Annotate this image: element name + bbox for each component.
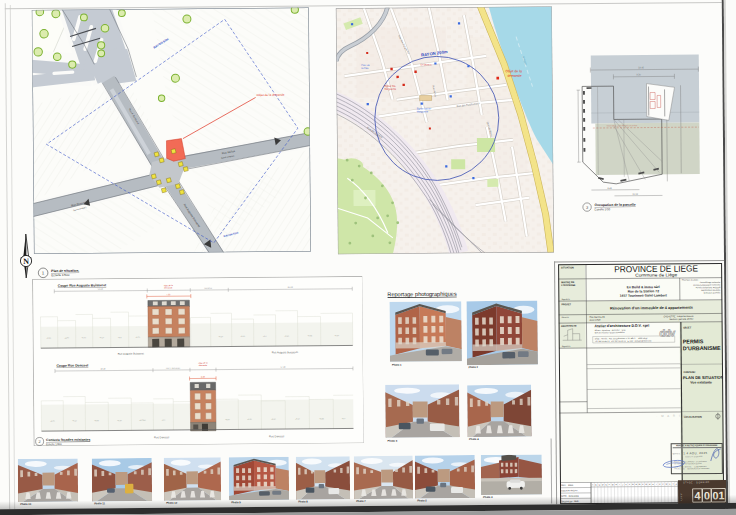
svg-text:Reportage photographiques: Reportage photographiques bbox=[387, 290, 457, 297]
svg-text:+9.70: +9.70 bbox=[81, 337, 86, 339]
svg-text:Contexte façades existantes: Contexte façades existantes bbox=[46, 438, 90, 442]
svg-text:8.45: 8.45 bbox=[607, 187, 612, 189]
svg-text:+9.30: +9.30 bbox=[334, 334, 339, 336]
svg-text:Marguerite: Marguerite bbox=[417, 110, 429, 113]
svg-text:+9.0: +9.0 bbox=[341, 417, 345, 419]
svg-text:+8.85: +8.85 bbox=[319, 418, 324, 420]
svg-text:Rue Donceel: Rue Donceel bbox=[269, 434, 284, 438]
svg-text:+9.40: +9.40 bbox=[284, 335, 289, 337]
svg-text:Marguerite: Marguerite bbox=[385, 87, 397, 90]
svg-text:la Paix: la Paix bbox=[361, 67, 369, 70]
svg-text:carrefour: carrefour bbox=[204, 287, 212, 289]
svg-text:+9.0: +9.0 bbox=[161, 419, 165, 421]
svg-text:+9.10: +9.10 bbox=[295, 418, 300, 420]
svg-text:+8.95: +8.95 bbox=[94, 420, 99, 422]
svg-text:+8.70: +8.70 bbox=[50, 420, 55, 422]
svg-text:+9.9: +9.9 bbox=[117, 336, 121, 338]
svg-text:10.12: 10.12 bbox=[632, 193, 638, 195]
svg-text:Echelle 1/500: Echelle 1/500 bbox=[51, 273, 70, 277]
svg-text:rue A. Buisseret: rue A. Buisseret bbox=[165, 367, 179, 369]
svg-text:+9.20: +9.20 bbox=[247, 418, 252, 420]
svg-text:+9.55: +9.55 bbox=[307, 335, 312, 337]
svg-text:+8.7360: +8.7360 bbox=[139, 419, 146, 421]
svg-text:N: N bbox=[23, 257, 29, 266]
svg-text:+9.10: +9.10 bbox=[72, 420, 77, 422]
svg-text:Coupe Rue Donceel: Coupe Rue Donceel bbox=[56, 364, 88, 368]
svg-text:+9.50: +9.50 bbox=[46, 337, 51, 339]
svg-text:19.06: 19.06 bbox=[638, 66, 644, 68]
svg-text:+9.0: +9.0 bbox=[262, 335, 266, 337]
svg-text:demande: demande bbox=[198, 364, 207, 366]
svg-text:+8.60: +8.60 bbox=[271, 418, 276, 420]
svg-text:demande: demande bbox=[507, 73, 521, 77]
svg-text:Echelle 1/50: Echelle 1/50 bbox=[595, 207, 611, 211]
svg-text:3: 3 bbox=[586, 205, 589, 210]
svg-text:+8.90: +8.90 bbox=[64, 337, 69, 339]
svg-text:+9.60: +9.60 bbox=[240, 335, 245, 337]
svg-text:St-Séverin: St-Séverin bbox=[420, 63, 432, 66]
svg-text:1: 1 bbox=[42, 270, 45, 275]
svg-text:+9.10: +9.10 bbox=[99, 336, 104, 338]
svg-text:Echelle 1/200: Echelle 1/200 bbox=[46, 442, 62, 446]
svg-text:+9.20: +9.20 bbox=[218, 335, 223, 337]
svg-text:demande: demande bbox=[164, 287, 173, 289]
svg-text:limite de la zone de batisse a: limite de la zone de batisse arriere bbox=[607, 124, 638, 126]
svg-text:Objet de la demande: Objet de la demande bbox=[257, 93, 285, 97]
svg-text:+9.30: +9.30 bbox=[117, 419, 122, 421]
svg-text:Rue Donceel: Rue Donceel bbox=[154, 435, 169, 439]
svg-text:Rue Auguste Buisseret: Rue Auguste Buisseret bbox=[117, 352, 144, 356]
svg-text:+8.90: +8.90 bbox=[225, 418, 230, 420]
svg-text:+9.70: +9.70 bbox=[135, 336, 140, 338]
svg-text:Rue Auguste Buisseret: Rue Auguste Buisseret bbox=[271, 350, 298, 354]
